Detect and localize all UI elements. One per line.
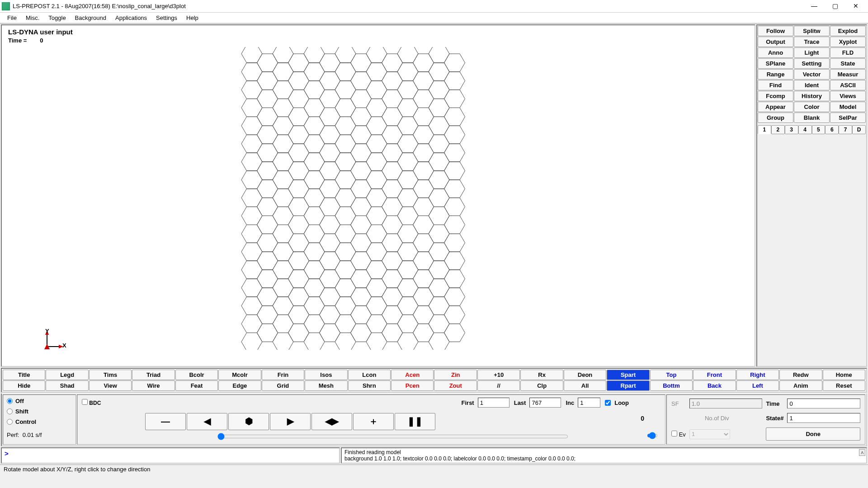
page-tab-2[interactable]: 2 [771,125,785,134]
step-button[interactable]: ◀▶ [311,413,352,430]
view-bcolr[interactable]: Bcolr [175,370,218,380]
radio-control[interactable]: Control [7,418,72,425]
view-mesh[interactable]: Mesh [305,380,347,391]
checkbox-ev[interactable]: Ev [671,431,686,438]
view-zin[interactable]: Zin [434,370,476,380]
tool-vector[interactable]: Vector [794,69,830,80]
page-tab-6[interactable]: 6 [825,125,839,134]
view-all[interactable]: All [564,380,606,391]
play-button[interactable]: ▶ [270,413,311,430]
view-spart[interactable]: Spart [607,370,649,380]
page-tab-3[interactable]: 3 [785,125,798,134]
view-left[interactable]: Left [736,380,779,391]
menu-background[interactable]: Background [71,14,111,22]
tool-selpar[interactable]: SelPar [830,113,866,123]
view-lcon[interactable]: Lcon [348,370,391,380]
page-tab-D[interactable]: D [852,125,866,134]
view-clp[interactable]: Clp [520,380,563,391]
tool-group[interactable]: Group [758,113,793,123]
tool-follow[interactable]: Follow [758,26,793,36]
tool-trace[interactable]: Trace [794,37,830,47]
tool-light[interactable]: Light [794,47,830,58]
frame-slider[interactable] [217,433,568,440]
checkbox-bdc[interactable]: BDC [82,399,101,406]
done-button[interactable]: Done [766,427,860,441]
time-input[interactable] [787,399,860,408]
tool-find[interactable]: Find [758,80,793,90]
tool-appear[interactable]: Appear [758,102,793,112]
viewport-3d[interactable]: LS-DYNA user input Time = 0 Y X [1,24,755,367]
tool-state[interactable]: State [830,58,866,69]
tool-explod[interactable]: Explod [830,26,866,36]
tool-splane[interactable]: SPlane [758,58,793,69]
view-shrn[interactable]: Shrn [348,380,391,391]
tool-ident[interactable]: Ident [794,80,830,90]
view-home[interactable]: Home [823,370,865,380]
checkbox-loop[interactable]: Loop [605,399,629,406]
view-view[interactable]: View [89,380,132,391]
view-bottm[interactable]: Bottm [650,380,693,391]
radio-off[interactable]: Off [7,398,72,404]
tool-fcomp[interactable]: Fcomp [758,91,793,101]
tool-anno[interactable]: Anno [758,47,793,58]
tool-history[interactable]: History [794,91,830,101]
inc-input[interactable] [578,398,600,408]
view-rpart[interactable]: Rpart [607,380,649,391]
view-right[interactable]: Right [736,370,779,380]
view-triad[interactable]: Triad [132,370,175,380]
view-shad[interactable]: Shad [46,380,88,391]
plus-button[interactable]: ＋ [353,413,394,430]
page-tab-5[interactable]: 5 [812,125,826,134]
view-edge[interactable]: Edge [218,380,261,391]
view-feat[interactable]: Feat [175,380,218,391]
menu-toggle[interactable]: Toggle [44,14,70,22]
view-title[interactable]: Title [3,370,45,380]
stop-button[interactable]: ⬢ [228,413,269,430]
tool-blank[interactable]: Blank [794,113,830,123]
menu-settings[interactable]: Settings [151,14,182,22]
view-back[interactable]: Back [693,380,736,391]
menu-file[interactable]: File [3,14,21,22]
view-mcolr[interactable]: Mcolr [218,370,261,380]
view-10[interactable]: +10 [477,370,520,380]
view-[interactable]: // [477,380,520,391]
pause-button[interactable]: ❚❚ [395,413,435,430]
view-tims[interactable]: Tims [89,370,132,380]
menu-misc[interactable]: Misc. [21,14,44,22]
tool-fld[interactable]: FLD [830,47,866,58]
view-rx[interactable]: Rx [520,370,563,380]
tool-color[interactable]: Color [794,102,830,112]
view-reset[interactable]: Reset [823,380,865,391]
log-scroll-up[interactable]: ʌ [859,449,865,456]
tool-range[interactable]: Range [758,69,793,80]
menu-help[interactable]: Help [182,14,203,22]
tool-splitw[interactable]: Splitw [794,26,830,36]
tool-output[interactable]: Output [758,37,793,47]
speed-slider[interactable] [647,432,658,439]
menu-applications[interactable]: Applications [111,14,151,22]
tool-model[interactable]: Model [830,102,866,112]
first-input[interactable] [478,398,509,408]
page-tab-7[interactable]: 7 [839,125,852,134]
view-hide[interactable]: Hide [3,380,45,391]
maximize-button[interactable]: ▢ [825,2,845,11]
tool-xyplot[interactable]: Xyplot [830,37,866,47]
radio-shift[interactable]: Shift [7,408,72,415]
view-redw[interactable]: Redw [779,370,822,380]
close-button[interactable]: ✕ [845,2,866,11]
view-zout[interactable]: Zout [434,380,476,391]
minimize-button[interactable]: — [804,2,825,11]
view-wire[interactable]: Wire [132,380,175,391]
page-tab-4[interactable]: 4 [798,125,812,134]
minus-button[interactable]: — [145,413,186,430]
state-input[interactable] [787,413,860,423]
view-front[interactable]: Front [693,370,736,380]
tool-views[interactable]: Views [830,91,866,101]
command-input[interactable]: > [1,447,340,464]
view-pcen[interactable]: Pcen [391,380,434,391]
page-tab-1[interactable]: 1 [758,125,771,134]
view-legd[interactable]: Legd [46,370,88,380]
tool-measur[interactable]: Measur [830,69,866,80]
view-frin[interactable]: Frin [262,370,304,380]
view-isos[interactable]: Isos [305,370,347,380]
